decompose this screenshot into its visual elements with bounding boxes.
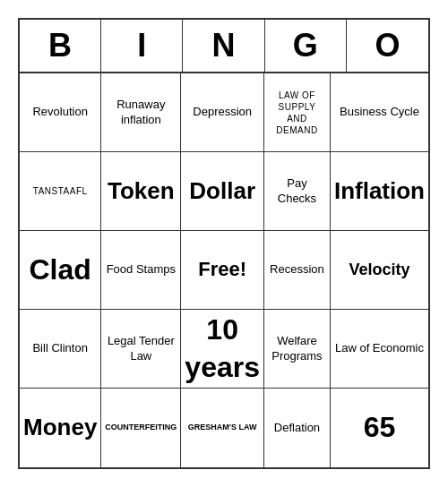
cell-text: Velocity: [349, 260, 409, 280]
header-letter: O: [347, 20, 428, 72]
cell-text: Law of Economic: [335, 341, 424, 356]
cell-text: Recession: [270, 262, 324, 278]
cell-text: Depression: [193, 105, 252, 120]
cell-text: 65: [364, 409, 396, 447]
cell-text: Clad: [30, 252, 91, 289]
bingo-cell: Law of Economic: [331, 310, 428, 389]
cell-text: LAW OF SUPPLY AND DEMAND: [268, 90, 326, 136]
bingo-cell: Business Cycle: [331, 73, 428, 152]
bingo-cell: Runaway inflation: [101, 73, 181, 152]
bingo-cell: Token: [101, 152, 181, 231]
cell-text: Food Stamps: [107, 262, 176, 278]
cell-text: Dollar: [189, 176, 255, 207]
bingo-cell: Money: [20, 389, 101, 467]
cell-text: Runaway inflation: [105, 98, 177, 128]
cell-text: GRESHAM'S LAW: [188, 423, 257, 433]
cell-text: Legal Tender Law: [105, 334, 177, 364]
cell-text: Revolution: [32, 105, 87, 120]
bingo-cell: Revolution: [20, 73, 101, 152]
header-letter: I: [101, 20, 183, 72]
bingo-cell: Velocity: [331, 231, 428, 310]
bingo-cell: 10 years: [181, 310, 264, 389]
bingo-cell: Food Stamps: [101, 231, 181, 310]
bingo-cell: Bill Clinton: [20, 310, 101, 389]
cell-text: Token: [108, 176, 175, 207]
cell-text: Money: [23, 413, 97, 443]
bingo-cell: TANSTAAFL: [20, 152, 101, 231]
bingo-cell: Legal Tender Law: [101, 310, 181, 389]
header-letter: G: [265, 20, 347, 72]
cell-text: Inflation: [334, 176, 425, 207]
bingo-cell: Inflation: [331, 152, 428, 231]
header-letter: B: [20, 20, 101, 72]
header-letter: N: [183, 20, 264, 72]
bingo-cell: Recession: [264, 231, 331, 310]
bingo-cell: Deflation: [264, 389, 331, 467]
cell-text: Bill Clinton: [32, 341, 87, 356]
bingo-cell: COUNTERFEITING: [101, 389, 181, 467]
bingo-grid: RevolutionRunaway inflationDepressionLAW…: [20, 73, 428, 467]
cell-text: TANSTAAFL: [33, 185, 88, 197]
bingo-header: BINGO: [20, 20, 428, 73]
cell-text: Pay Checks: [268, 176, 326, 207]
bingo-cell: Free!: [181, 231, 264, 310]
cell-text: Free!: [198, 257, 246, 283]
bingo-cell: Depression: [181, 73, 264, 152]
cell-text: COUNTERFEITING: [105, 423, 177, 433]
bingo-cell: Clad: [20, 231, 101, 310]
cell-text: Deflation: [274, 421, 320, 436]
bingo-cell: Welfare Programs: [264, 310, 331, 389]
bingo-cell: GRESHAM'S LAW: [181, 389, 264, 467]
cell-text: 10 years: [185, 312, 260, 386]
bingo-cell: LAW OF SUPPLY AND DEMAND: [264, 73, 331, 152]
cell-text: Business Cycle: [340, 105, 419, 120]
bingo-cell: Dollar: [181, 152, 264, 231]
bingo-card: BINGO RevolutionRunaway inflationDepress…: [18, 18, 430, 469]
bingo-cell: 65: [331, 389, 428, 467]
cell-text: Welfare Programs: [268, 334, 326, 364]
bingo-cell: Pay Checks: [264, 152, 331, 231]
